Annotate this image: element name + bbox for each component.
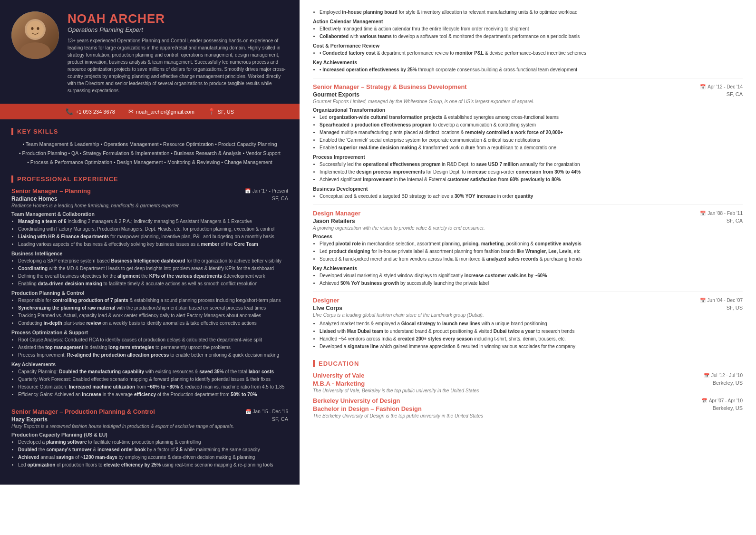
edu-berkeley-date: 📅 Apr '07 - Apr '10 <box>701 398 743 403</box>
candidate-title: Operations Planning Expert <box>68 26 288 33</box>
edu-berkeley-degree: Bachelor in Design – Fashion Design <box>313 405 422 412</box>
divider <box>313 78 743 78</box>
calendar-icon: 📅 <box>700 211 706 216</box>
job-radiance-role: Senior Manager – Planning <box>11 187 91 195</box>
bullet: • Increased operation effectiveness by 2… <box>320 66 743 73</box>
bullet: Efficiency Gains: Achieved an increase i… <box>18 391 288 398</box>
phone-icon: 📞 <box>66 108 73 115</box>
bullet: Enabling data-driven decision making to … <box>18 280 288 287</box>
job-live-desc: LIve Corps is a leading global fashion c… <box>313 312 743 318</box>
bullet: Led product designing for in-house priva… <box>320 248 743 255</box>
divider <box>313 204 743 205</box>
bullet: Root Cause Analysis: Conducted RCA to id… <box>18 336 288 343</box>
bullets-key-ach1: Capacity Planning: Doubled the manufactu… <box>11 368 288 398</box>
bullet: Leading various aspects of the business … <box>18 241 288 248</box>
resume-wrapper: NOAH ARCHER Operations Planning Expert 1… <box>0 0 756 485</box>
bullet: Conceptualized & executed a targeted BD … <box>320 193 743 200</box>
left-exp-title: PROFESSIONAL EXPERIENCE <box>11 175 288 183</box>
edu-berkeley-degree-row: Bachelor in Design – Fashion Design Berk… <box>313 405 743 412</box>
edu-berkeley: Berkeley University of Design 📅 Apr '07 … <box>313 397 743 418</box>
header-text: NOAH ARCHER Operations Planning Expert 1… <box>68 11 288 94</box>
edu-berkeley-desc: The Berkeley University of Design is the… <box>313 413 743 418</box>
bullet: Developed a planning software to facilit… <box>18 438 288 446</box>
subsec-process-jason: Process <box>313 233 743 239</box>
bullet: Responsible for controlling production o… <box>18 297 288 304</box>
bullets-team-mgmt: Managing a team of 6 including 2 manager… <box>11 218 288 248</box>
bullet: Enabled superior real-time decision maki… <box>320 144 743 151</box>
bullet: Quarterly Work Forecast: Enabled effecti… <box>18 376 288 383</box>
bullet: Sourced & hand-picked merchandise from v… <box>320 255 743 263</box>
bullet: Liaised with Max Dubai team to understan… <box>320 328 743 335</box>
avatar <box>11 11 59 59</box>
skills-content: • Team Management & Leadership • Operati… <box>11 140 288 167</box>
bullet: Implemented the design process improveme… <box>320 168 743 175</box>
subsec-biz-dev: Business Development <box>313 186 743 192</box>
bullet: • Conducted factory cost & department pe… <box>320 49 743 57</box>
subsec-org-transform: Organizational Transformation <box>313 107 743 113</box>
bullet: Developing a SAP enterprise system based… <box>18 257 288 264</box>
job-gourmet-date: 📅 Apr '12 - Dec '14 <box>700 84 743 89</box>
bullet: Analyzed market trends & employed a Gloc… <box>320 320 743 327</box>
bullet: Enabled the 'Gammick' social enterprise … <box>320 136 743 144</box>
contact-bar: 📞 +1 093 234 3678 ✉ noah_archer@gmail.co… <box>0 104 300 119</box>
edu-vale-degree-row: M.B.A - Marketing Berkeley, US <box>313 380 743 387</box>
bullet: Tracking Planned vs. Actual, capacity lo… <box>18 312 288 319</box>
divider <box>11 403 288 403</box>
subsec-bi: Business Intelligence <box>11 251 288 256</box>
subsec-cost-review: Cost & Performance Review <box>313 43 743 49</box>
job-radiance-desc: Radiance Homes is a leading home furnish… <box>11 203 288 208</box>
bullet: Conducting in-depth plant-wise review on… <box>18 320 288 327</box>
bullet: Developed visual marketing & styled wind… <box>320 272 743 279</box>
candidate-summary: 13+ years experienced Operations Plannin… <box>68 37 288 94</box>
edu-vale-school: University of Vale <box>313 372 364 379</box>
job-gourmet-desc: Gourmet Exports Limited, managed by the … <box>313 99 743 104</box>
bullet: Resource Optimization: Increased machine… <box>18 383 288 390</box>
bullets-cost-review: • Conducted factory cost & department pe… <box>313 49 743 57</box>
edu-berkeley-meta: Berkeley University of Design 📅 Apr '07 … <box>313 397 743 404</box>
subsec-key-ach1: Key Achievements <box>11 361 288 367</box>
job-jason-company: Jason Retailers <box>313 218 355 224</box>
bullet: Coordinating with the MD & Department He… <box>18 265 288 272</box>
location-text: SF, US <box>218 109 234 115</box>
bullet: Capacity Planning: Doubled the manufactu… <box>18 368 288 375</box>
job-radiance-company-row: Radiance Homes SF, CA <box>11 195 288 202</box>
avatar-image <box>11 11 59 59</box>
calendar-icon: 📅 <box>245 188 251 194</box>
job-hazy: Senior Manager – Production Planning & C… <box>11 408 288 468</box>
bullet: Achieved annual savings of ~1200 man-day… <box>18 454 288 461</box>
subsec-team-mgmt: Team Management & Collaboration <box>11 211 288 217</box>
bullet: Achieved 50% YoY business growth by succ… <box>320 280 743 287</box>
left-experience-section: PROFESSIONAL EXPERIENCE Senior Manager –… <box>0 167 300 468</box>
bullet: Defining the overall business objectives… <box>18 272 288 280</box>
header-section: NOAH ARCHER Operations Planning Expert 1… <box>0 0 300 104</box>
job-hazy-date: 📅 Jan '15 - Dec '16 <box>245 409 288 414</box>
calendar-icon: 📅 <box>704 373 709 378</box>
bullets-biz-dev: Conceptualized & executed a targeted BD … <box>313 193 743 200</box>
subsec-action-cal: Action Calendar Management <box>313 19 743 24</box>
calendar-icon: 📅 <box>700 84 706 89</box>
bullets-action-cal: Effectively managed time & action calend… <box>313 25 743 40</box>
skills-title: KEY SKILLS <box>11 128 288 135</box>
subsec-ppc: Production Planning & Control <box>11 290 288 296</box>
bullet: Effectively managed time & action calend… <box>320 25 743 32</box>
job-gourmet-meta: Senior Manager – Strategy & Business Dev… <box>313 83 743 90</box>
bullet: Spearheaded a production effectiveness p… <box>320 121 743 128</box>
job-radiance-location: SF, CA <box>272 195 288 202</box>
job-radiance-date: 📅 Jan '17 - Present <box>245 188 288 194</box>
skills-section: KEY SKILLS • Team Management & Leadershi… <box>0 119 300 167</box>
bullets-live: Analyzed market trends & employed a Gloc… <box>313 320 743 350</box>
job-hazy-desc: Hazy Exports is a renowned fashion house… <box>11 424 288 429</box>
job-jason-location: SF, CA <box>727 218 743 224</box>
edu-vale: University of Vale 📅 Jul '12 - Jul '10 M… <box>313 372 743 393</box>
job-live-location: SF, US <box>727 305 743 311</box>
bullet: Coordinating with Factory Managers, Prod… <box>18 225 288 233</box>
job-gourmet-role: Senior Manager – Strategy & Business Dev… <box>313 83 467 90</box>
job-radiance-meta: Senior Manager – Planning 📅 Jan '17 - Pr… <box>11 187 288 195</box>
bullets-org-transform: Led organization-wide cultural transform… <box>313 114 743 151</box>
subsec-process-opt: Process Optimization & Support <box>11 330 288 335</box>
job-gourmet-location: SF, CA <box>727 91 743 98</box>
bullet: Achieved significant improvement in the … <box>320 176 743 183</box>
job-live-role: Designer <box>313 297 339 304</box>
subsec-process-imp: Process Improvement <box>313 154 743 160</box>
job-live: Designer 📅 Jun '04 - Dec '07 LIve Corps … <box>313 297 743 350</box>
